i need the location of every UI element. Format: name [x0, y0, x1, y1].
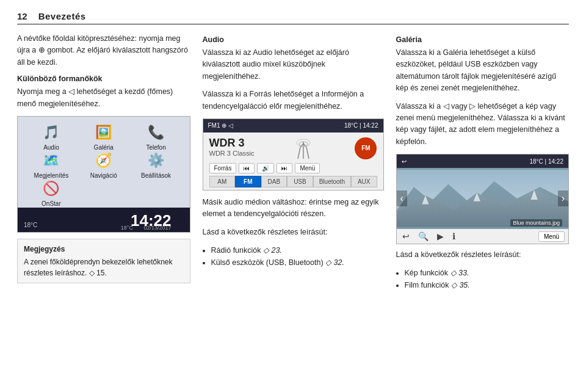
- svg-line-4: [306, 147, 309, 159]
- megjelenítes-icon: 🗺️: [42, 151, 61, 170]
- gallery-screen: ↩ 18°C | 14:22: [396, 154, 570, 244]
- page-header: 12 Bevezetés: [17, 11, 569, 24]
- navigacio-icon: 🧭: [94, 151, 114, 170]
- right-column: Galéria Válassza ki a Galéria lehetősége…: [396, 33, 570, 291]
- right-bullet-list: Kép funkciók ◇ 33. Film funkciók ◇ 35.: [405, 267, 570, 291]
- gallery-info-button[interactable]: ℹ: [450, 231, 457, 242]
- radio-band-am[interactable]: AM: [209, 176, 236, 187]
- radio-band-aux[interactable]: AUX: [351, 176, 377, 187]
- gallery-play-button[interactable]: ▶: [435, 231, 446, 242]
- home-screen-mockup: 🎵 Audio 🖼️ Galéria 📞 Telefon 🗺️ Megjelen…: [17, 116, 190, 233]
- left-intro-text: A névtőke főoldal kitöpresztéséhez: nyom…: [17, 33, 190, 68]
- gallery-content: ‹ › Blue mountains.jpg: [397, 168, 569, 229]
- radio-station-sub: WDR 3 Classic: [209, 150, 255, 157]
- mid-column: Audio Válassza ki az Audio lehetőséget a…: [203, 33, 384, 291]
- left-subsection-heading: Különböző formanőkök: [17, 74, 190, 83]
- home-icon-galeria[interactable]: 🖼️ Galéria: [78, 123, 130, 151]
- mid-bullet-2: Külső eszközök (USB, Bluetooth) ◇ 32.: [211, 256, 384, 269]
- columns: A névtőke főoldal kitöpresztéséhez: nyom…: [17, 33, 569, 291]
- radio-band-usb[interactable]: USB: [287, 176, 313, 187]
- gallery-zoom-out-button[interactable]: 🔍: [416, 231, 430, 242]
- radio-tower-icon: [292, 139, 315, 162]
- radio-forrás-button[interactable]: Forrás: [209, 163, 237, 173]
- mid-audio-change-text: Másik audio médion váltáshoz: érintse me…: [203, 197, 384, 220]
- radio-band-fm[interactable]: FM: [235, 176, 261, 187]
- home-date: 18°C 02/13/2017: [121, 224, 172, 233]
- radio-station-name: WDR 3: [209, 137, 255, 150]
- telefon-icon: 📞: [146, 123, 166, 142]
- gallery-back-ctrl-button[interactable]: ↩: [400, 231, 411, 242]
- home-temp: 18°C: [24, 222, 37, 228]
- radio-next-button[interactable]: ⏭: [277, 163, 292, 173]
- radio-menu-button[interactable]: Menü: [295, 163, 320, 173]
- gallery-controls-row: ↩ 🔍 ▶ ℹ Menü: [397, 229, 569, 244]
- home-time-bar: 18°C 14:22 18°C 02/13/2017: [18, 208, 190, 232]
- home-icon-beallitasok[interactable]: ⚙️ Beállítások: [130, 151, 183, 179]
- radio-band-dab[interactable]: DAB: [261, 176, 288, 187]
- radio-top-right: 18°C | 14:22: [344, 122, 378, 129]
- radio-controls-row: Forrás ⏮ 🔊 ⏭ Menü: [209, 163, 377, 173]
- mid-text1: Válassza ki az Audio lehetőséget az előj…: [203, 47, 384, 82]
- left-subsection-text: Nyomja meg a ◁ lehetőséget a kezdő (főme…: [17, 86, 190, 110]
- mid-bullet-list: Rádió funkciók ◇ 23. Külső eszközök (USB…: [211, 244, 384, 269]
- page-container: 12 Bevezetés A névtőke főoldal kitöpresz…: [0, 0, 586, 302]
- mid-heading: Audio: [203, 35, 384, 44]
- right-see-also-label: Lásd a következők részletes leírásút:: [396, 249, 570, 261]
- page-title: Bevezetés: [38, 11, 86, 21]
- fm-badge: FM: [355, 137, 377, 159]
- gallery-next-button[interactable]: ›: [558, 191, 568, 206]
- radio-top-left: FM1 ⊕ ◁: [208, 122, 234, 129]
- left-column: A névtőke főoldal kitöpresztéséhez: nyom…: [17, 33, 190, 291]
- note-title: Megjegyzés: [24, 244, 184, 255]
- gallery-back-icon: ↩: [402, 158, 407, 165]
- home-icon-megjelenítes[interactable]: 🗺️ Megjelenítés: [25, 151, 78, 179]
- gallery-top-right: 18°C | 14:22: [529, 158, 563, 165]
- right-text1: Válassza ki a Galéria lehetőséget a küls…: [396, 47, 570, 95]
- right-heading: Galéria: [396, 35, 570, 44]
- svg-line-3: [298, 147, 300, 159]
- gallery-menu-button[interactable]: Menü: [538, 231, 565, 242]
- gallery-filename: Blue mountains.jpg: [510, 219, 562, 227]
- home-icon-onstar[interactable]: 🚫 OnStar: [25, 179, 78, 207]
- right-text2: Válassza ki a ◁ vagy ▷ lehetőséget a kép…: [396, 101, 570, 148]
- radio-screen-wrapper: FM1 ⊕ ◁ 18°C | 14:22 WDR 3 WDR 3 Classic: [203, 118, 384, 191]
- radio-band-row: AM FM DAB USB Bluetooth AUX: [209, 176, 377, 187]
- note-box: Megjegyzés A zenei főköldéprendyn bekeze…: [17, 239, 190, 283]
- radio-content: WDR 3 WDR 3 Classic: [203, 132, 383, 190]
- radio-screen: FM1 ⊕ ◁ 18°C | 14:22 WDR 3 WDR 3 Classic: [203, 118, 384, 191]
- onstar-icon: 🚫: [42, 179, 61, 198]
- radio-band-bluetooth[interactable]: Bluetooth: [313, 176, 351, 187]
- right-bullet-2: Film funkciók ◇ 35.: [405, 279, 570, 291]
- right-bullet-1: Kép funkciók ◇ 33.: [405, 267, 570, 279]
- home-screen-icons: 🎵 Audio 🖼️ Galéria 📞 Telefon 🗺️ Megjelen…: [18, 117, 190, 208]
- home-icon-telefon[interactable]: 📞 Telefon: [130, 123, 183, 151]
- galeria-icon: 🖼️: [94, 123, 114, 142]
- mid-bullet-1: Rádió funkciók ◇ 23.: [211, 244, 384, 256]
- radio-prev-button[interactable]: ⏮: [239, 163, 255, 173]
- note-text: A zenei főköldéprendyn bekezelők lehetők…: [24, 256, 184, 278]
- gallery-prev-button[interactable]: ‹: [397, 191, 407, 206]
- page-number: 12: [17, 11, 27, 21]
- audio-icon: 🎵: [42, 123, 61, 142]
- radio-hangerej-button[interactable]: 🔊: [257, 163, 274, 173]
- home-icon-audio[interactable]: 🎵 Audio: [25, 123, 78, 151]
- mid-see-also-label: Lásd a következők részletes leírásút:: [203, 227, 384, 238]
- radio-top-bar: FM1 ⊕ ◁ 18°C | 14:22: [203, 119, 383, 132]
- beallitasok-icon: ⚙️: [146, 151, 166, 170]
- gallery-top-bar: ↩ 18°C | 14:22: [397, 154, 569, 168]
- home-icon-navigacio[interactable]: 🧭 Navigáció: [78, 151, 130, 179]
- mid-text2: Válassza ki a Forrás lehetőséget a Infor…: [203, 89, 384, 112]
